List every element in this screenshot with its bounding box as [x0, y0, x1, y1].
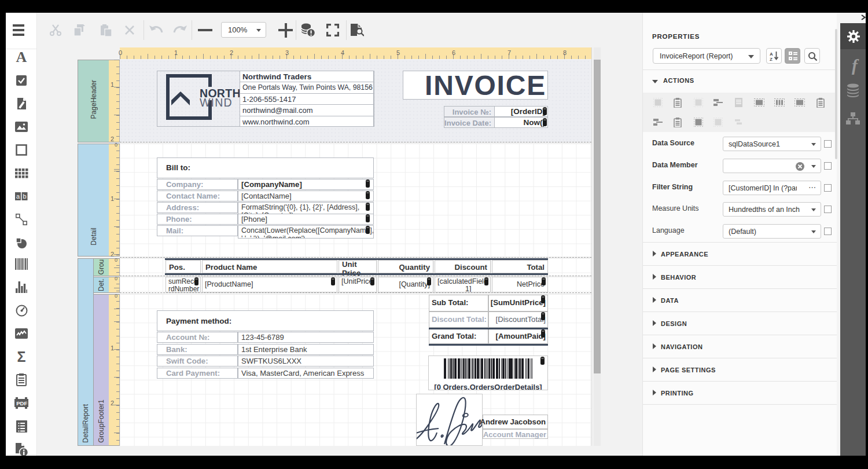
- svg-text:A: A: [770, 52, 773, 57]
- svg-text:Z: Z: [770, 57, 773, 61]
- svg-text:b: b: [23, 193, 27, 200]
- svg-text:a: a: [16, 193, 20, 200]
- svg-text:PDF: PDF: [16, 400, 27, 406]
